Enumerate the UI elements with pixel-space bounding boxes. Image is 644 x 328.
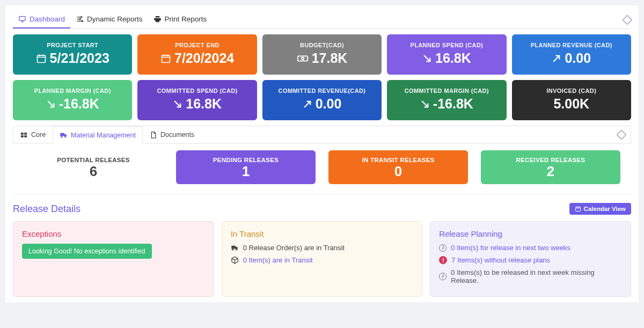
stat-label: BUDGET(CAD) — [267, 42, 377, 48]
sliders-icon — [76, 15, 84, 23]
svg-rect-8 — [21, 133, 24, 135]
release-counter-value: 1 — [180, 163, 311, 180]
stat-card[interactable]: PLANNED REVENUE (CAD)0.00 — [512, 34, 631, 75]
truck-icon — [231, 244, 239, 252]
svg-rect-9 — [24, 133, 27, 135]
stat-cards: PROJECT START5/21/2023PROJECT END7/20/20… — [13, 34, 631, 120]
release-counters: POTENTIAL RELEASES6PENDING RELEASES1IN T… — [13, 150, 631, 194]
in-transit-line-2: 0 Item(s) are in Transit — [231, 256, 414, 264]
tab-dynamic-reports[interactable]: Dynamic Reports — [70, 11, 148, 28]
stat-label: PLANNED REVENUE (CAD) — [516, 42, 627, 48]
in-transit-link-2[interactable]: 0 Item(s) are in Transit — [243, 256, 313, 264]
planning-line-3: 0 Items(s) to be released in next week m… — [439, 268, 622, 285]
svg-point-1 — [80, 17, 82, 18]
calendar-icon — [36, 53, 47, 64]
stat-card[interactable]: PROJECT END7/20/2024 — [137, 34, 257, 75]
arrow-down-icon — [422, 54, 432, 63]
stat-label: COMMITTED MARGIN (CAD) — [391, 88, 502, 94]
calendar-icon — [575, 206, 581, 212]
arrow-up-icon — [552, 54, 561, 63]
release-detail-panels: Exceptions Looking Good! No exceptions i… — [13, 221, 631, 297]
stat-card[interactable]: INVOICED (CAD)5.00K — [512, 80, 631, 120]
release-counter[interactable]: PENDING RELEASES1 — [176, 150, 316, 184]
tab-material-management[interactable]: Material Management — [53, 126, 143, 144]
exceptions-ok-badge: Looking Good! No exceptions identified — [22, 244, 152, 259]
settings-diamond-icon[interactable] — [622, 14, 633, 25]
svg-rect-6 — [297, 56, 307, 61]
arrow-down-icon — [173, 99, 182, 109]
planning-link-1[interactable]: 0 Item(s) for release in next two weeks — [451, 244, 570, 252]
in-transit-line-1: 0 Release Order(s) are in Transit — [231, 244, 414, 252]
stat-card[interactable]: PLANNED SPEND (CAD)16.8K — [387, 34, 506, 75]
in-transit-panel: In Transit 0 Release Order(s) are in Tra… — [222, 221, 423, 297]
exceptions-panel: Exceptions Looking Good! No exceptions i… — [13, 221, 214, 297]
release-counter-label: PENDING RELEASES — [180, 157, 311, 163]
release-planning-panel: Release Planning 0 Item(s) for release i… — [430, 221, 631, 297]
top-tabs: Dashboard Dynamic Reports Print Reports — [13, 11, 631, 29]
info-icon — [439, 244, 447, 252]
stat-label: INVOICED (CAD) — [516, 88, 627, 94]
svg-point-16 — [236, 249, 237, 250]
release-counter-value: 6 — [28, 163, 159, 180]
stat-value: 17.8K — [267, 50, 377, 66]
in-transit-text-1: 0 Release Order(s) are in Transit — [243, 244, 345, 252]
planning-line-2: 7 Items(s) without release plans — [439, 256, 622, 264]
stat-value: -16.8K — [391, 96, 502, 112]
tab-dashboard[interactable]: Dashboard — [13, 11, 70, 28]
stat-value: 0.00 — [516, 50, 627, 66]
stat-label: COMMITTED REVENUE(CAD) — [267, 88, 377, 94]
tab-documents[interactable]: Documents — [143, 127, 201, 143]
stat-value: 0.00 — [267, 96, 377, 112]
arrow-up-icon — [303, 99, 312, 109]
release-counter-value: 2 — [485, 163, 616, 180]
calendar-view-button[interactable]: Calendar View — [569, 203, 631, 215]
svg-point-12 — [61, 136, 63, 137]
stat-card[interactable]: COMMITTED SPEND (CAD)16.8K — [137, 80, 257, 120]
stat-card[interactable]: PROJECT START5/21/2023 — [13, 34, 132, 75]
release-counter[interactable]: POTENTIAL RELEASES6 — [24, 150, 163, 184]
exceptions-title: Exceptions — [22, 229, 205, 238]
stat-card[interactable]: PLANNED MARGIN (CAD)-16.8K — [13, 80, 132, 120]
release-details-title: Release Details — [13, 203, 80, 215]
stat-value: 5.00K — [516, 96, 627, 112]
print-icon — [153, 15, 162, 23]
svg-rect-4 — [37, 55, 45, 62]
svg-point-7 — [301, 57, 304, 60]
tab-documents-label: Documents — [160, 131, 194, 139]
grid-icon — [20, 131, 28, 139]
tab-mm-label: Material Management — [71, 132, 136, 139]
stat-value: 16.8K — [142, 96, 252, 112]
release-counter[interactable]: IN TRANSIT RELEASES0 — [328, 150, 468, 184]
tab-dynamic-reports-label: Dynamic Reports — [87, 15, 143, 23]
stat-label: PROJECT START — [17, 42, 128, 48]
tab-core-label: Core — [31, 131, 46, 139]
release-counter-label: IN TRANSIT RELEASES — [333, 157, 464, 163]
svg-point-15 — [232, 249, 233, 250]
tab-print-reports[interactable]: Print Reports — [148, 11, 213, 28]
release-planning-title: Release Planning — [439, 229, 622, 238]
tab-core[interactable]: Core — [13, 127, 53, 143]
svg-point-2 — [79, 18, 81, 20]
release-counter[interactable]: RECEIVED RELEASES2 — [481, 150, 620, 184]
planning-text-3: 0 Items(s) to be released in next week m… — [451, 268, 622, 285]
planning-line-1: 0 Item(s) for release in next two weeks — [439, 244, 622, 252]
stat-label: PLANNED SPEND (CAD) — [391, 42, 502, 48]
tab-settings-diamond-icon[interactable] — [616, 129, 627, 140]
stat-card[interactable]: COMMITTED MARGIN (CAD)-16.8K — [387, 80, 506, 120]
calendar-view-label: Calendar View — [584, 206, 626, 212]
monitor-icon — [18, 15, 26, 23]
truck-icon — [60, 131, 68, 139]
info-icon — [439, 273, 447, 280]
svg-rect-0 — [19, 17, 25, 21]
stat-label: PROJECT END — [142, 42, 252, 48]
stat-label: PLANNED MARGIN (CAD) — [17, 88, 128, 94]
calendar-icon — [160, 53, 171, 64]
planning-link-2[interactable]: 7 Items(s) without release plans — [451, 256, 550, 264]
svg-point-13 — [64, 136, 66, 137]
stat-card[interactable]: BUDGET(CAD)17.8K — [262, 34, 382, 75]
tab-dashboard-label: Dashboard — [30, 15, 65, 23]
stat-value: 16.8K — [391, 50, 502, 66]
release-details-header: Release Details Calendar View — [13, 203, 631, 215]
stat-card[interactable]: COMMITTED REVENUE(CAD)0.00 — [262, 80, 382, 120]
tab-print-reports-label: Print Reports — [165, 15, 207, 23]
